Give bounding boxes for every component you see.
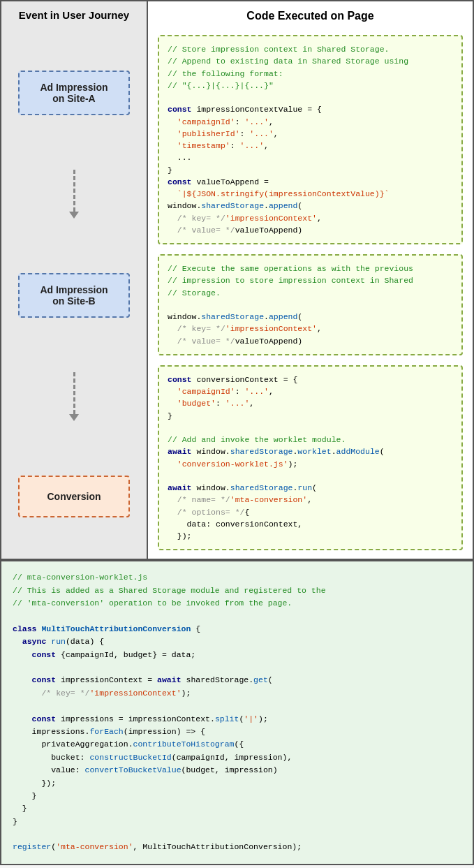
journey-item-ad-impression-site-b: Ad Impressionon Site-B (18, 273, 130, 318)
bottom-section: // mta-conversion-worklet.js // This is … (1, 560, 473, 864)
left-column-title: Event in User Journey (19, 8, 129, 22)
left-column: Event in User Journey Ad Impressionon Si… (1, 1, 148, 559)
right-column-title: Code Executed on Page (158, 10, 463, 22)
arrow-head-1 (69, 212, 79, 219)
dashed-line-2 (73, 372, 75, 414)
code-block-3: const conversionContext = { 'campaignId'… (158, 365, 463, 551)
arrow-1 (69, 170, 79, 219)
code-block-1: // Store impression context in Shared St… (158, 35, 463, 244)
main-container: Event in User Journey Ad Impressionon Si… (0, 0, 474, 865)
arrow-2 (69, 372, 79, 421)
journey-items: Ad Impressionon Site-A Ad Impressionon S… (18, 36, 130, 552)
right-column: Code Executed on Page // Store impressio… (148, 1, 473, 559)
dashed-line-1 (73, 170, 75, 212)
code-block-2: // Execute the same operations as with t… (158, 254, 463, 355)
arrow-head-2 (69, 414, 79, 421)
journey-item-conversion: Conversion (18, 476, 130, 517)
top-section: Event in User Journey Ad Impressionon Si… (1, 1, 473, 560)
journey-item-ad-impression-site-a: Ad Impressionon Site-A (18, 71, 130, 115)
